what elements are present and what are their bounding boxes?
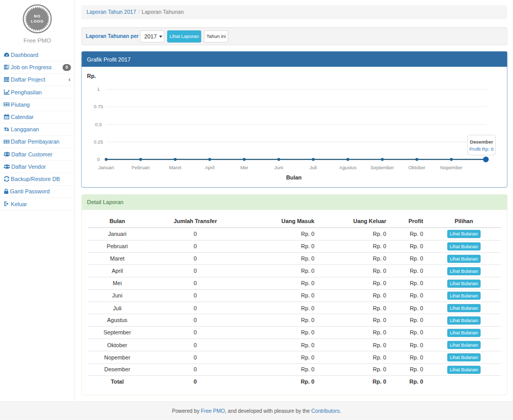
svg-text:0.75: 0.75 bbox=[94, 104, 103, 109]
svg-text:September: September bbox=[370, 165, 394, 170]
svg-text:0.25: 0.25 bbox=[94, 139, 103, 145]
svg-text:Juni: Juni bbox=[274, 165, 283, 170]
svg-text:1: 1 bbox=[97, 87, 100, 92]
svg-text:Bulan: Bulan bbox=[286, 174, 302, 181]
svg-text:0: 0 bbox=[97, 157, 100, 162]
svg-text:Maret: Maret bbox=[169, 165, 182, 170]
svg-text:Agustus: Agustus bbox=[339, 165, 357, 170]
svg-text:Oktober: Oktober bbox=[408, 165, 425, 170]
svg-text:April: April bbox=[205, 165, 214, 170]
svg-text:Rp.: Rp. bbox=[87, 73, 96, 79]
svg-text:Nopember: Nopember bbox=[440, 165, 463, 170]
svg-text:0.5: 0.5 bbox=[95, 122, 102, 127]
svg-text:LOGO: LOGO bbox=[31, 19, 44, 24]
svg-text:Profit Rp: 0: Profit Rp: 0 bbox=[469, 147, 494, 152]
svg-text:Juli: Juli bbox=[310, 165, 317, 170]
svg-text:Pebruari: Pebruari bbox=[131, 165, 149, 170]
svg-text:NO: NO bbox=[34, 14, 41, 18]
svg-text:Januari: Januari bbox=[98, 165, 114, 170]
svg-text:Mei: Mei bbox=[241, 165, 248, 170]
svg-text:Desember: Desember bbox=[470, 139, 494, 145]
